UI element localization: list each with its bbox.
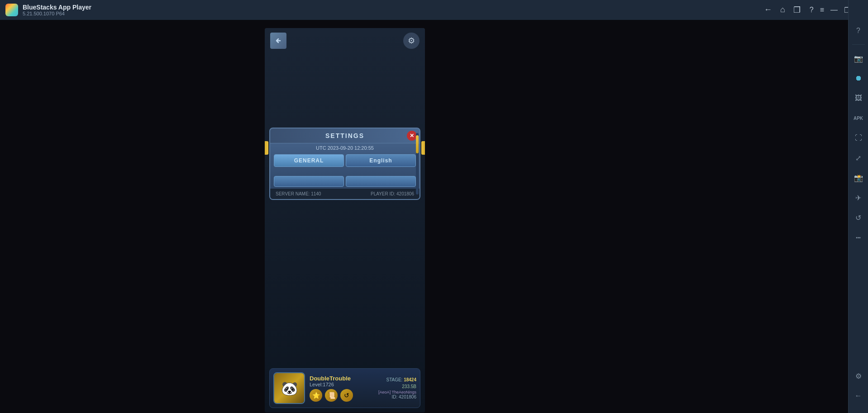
settings-scrollbar-thumb bbox=[416, 135, 419, 153]
character-scroll-button[interactable]: 📜 bbox=[325, 389, 338, 402]
sidebar-rotate-icon[interactable]: ↺ bbox=[850, 209, 867, 226]
sidebar-divider-1 bbox=[852, 44, 865, 45]
version-label: 5.21.500.1070 P64 bbox=[23, 11, 764, 16]
right-sidebar: ? 📷 ⏺ 🖼 APK ⛶ ⤢ 📸 ✈ ↺ ••• ⚙ ← bbox=[848, 0, 868, 413]
character-info: DoubleTrouble Level:1726 ⭐ 📜 ↺ bbox=[310, 375, 374, 402]
avatar-emoji: 🐼 bbox=[281, 380, 298, 396]
sidebar-resolution-icon[interactable]: ⛶ bbox=[850, 130, 867, 146]
sidebar-record-icon[interactable]: ⏺ bbox=[850, 70, 867, 86]
sidebar-arrow-left-icon[interactable]: ← bbox=[850, 388, 867, 404]
character-section: 🐼 DoubleTrouble Level:1726 ⭐ 📜 ↺ STAGE: bbox=[269, 368, 420, 408]
character-name: DoubleTrouble bbox=[310, 375, 374, 382]
deco-left bbox=[265, 141, 268, 155]
settings-bottom-tab-2[interactable] bbox=[346, 176, 416, 187]
player-id-label: PLAYER ID: 4201806 bbox=[371, 191, 414, 196]
help-button[interactable]: ? bbox=[810, 6, 814, 14]
sidebar-camera-icon[interactable]: 📷 bbox=[850, 50, 867, 66]
app-settings-button[interactable]: ⚙ bbox=[403, 33, 420, 49]
sidebar-photo-icon[interactable]: 🖼 bbox=[850, 90, 867, 106]
stage-info: STAGE: 18424 bbox=[378, 377, 416, 382]
settings-close-button[interactable]: ✕ bbox=[407, 131, 417, 141]
sidebar-bottom: ⚙ ← bbox=[850, 368, 867, 404]
back-arrow-icon bbox=[274, 37, 283, 44]
home-nav-button[interactable]: ⌂ bbox=[780, 5, 785, 15]
character-refresh-button[interactable]: ↺ bbox=[340, 389, 353, 402]
deco-right bbox=[421, 141, 425, 155]
settings-tabs: GENERAL English bbox=[270, 152, 420, 171]
app-name-label: BlueStacks App Player bbox=[23, 4, 764, 11]
settings-title-bar: SETTINGS ✕ bbox=[270, 128, 420, 143]
character-star-button[interactable]: ⭐ bbox=[310, 389, 322, 402]
character-avatar: 🐼 bbox=[273, 372, 305, 404]
settings-bottom-tabs bbox=[270, 174, 420, 189]
hamburger-menu-button[interactable]: ≡ bbox=[820, 6, 824, 14]
settings-bottom-tab-1[interactable] bbox=[274, 176, 344, 187]
settings-title: SETTINGS bbox=[325, 132, 364, 139]
title-bar: BlueStacks App Player 5.21.500.1070 P64 … bbox=[0, 0, 868, 20]
coins-info: 233.5B bbox=[378, 384, 416, 389]
sidebar-fullscreen-expand-icon[interactable]: ⤢ bbox=[850, 150, 867, 166]
game-area: ⚙ SETTINGS ✕ UTC 2023-09-20 12:20:55 GEN… bbox=[0, 20, 848, 413]
server-name-label: SERVER NAME: 1140 bbox=[276, 191, 321, 196]
sidebar-screenshot-icon[interactable]: 📸 bbox=[850, 170, 867, 186]
character-right-stats: STAGE: 18424 233.5B [AeoA] TheAeoNings I… bbox=[378, 377, 416, 399]
stage-value: 18424 bbox=[404, 377, 416, 382]
settings-bottom-bar: SERVER NAME: 1140 PLAYER ID: 4201806 bbox=[270, 189, 420, 199]
settings-tab-language[interactable]: English bbox=[346, 154, 416, 167]
sidebar-apk-icon[interactable]: APK bbox=[850, 110, 867, 126]
avatar-image: 🐼 bbox=[274, 373, 304, 403]
sidebar-flight-icon[interactable]: ✈ bbox=[850, 190, 867, 206]
settings-panel: SETTINGS ✕ UTC 2023-09-20 12:20:55 GENER… bbox=[269, 128, 420, 200]
character-id: ID: 4201806 bbox=[378, 394, 416, 399]
guild-info: [AeoA] TheAeoNings bbox=[378, 390, 416, 394]
bluestacks-logo bbox=[5, 4, 18, 16]
character-level: Level:1726 bbox=[310, 382, 374, 387]
character-action-icons: ⭐ 📜 ↺ bbox=[310, 389, 374, 402]
main-content: ⚙ SETTINGS ✕ UTC 2023-09-20 12:20:55 GEN… bbox=[0, 20, 848, 413]
settings-timestamp: UTC 2023-09-20 12:20:55 bbox=[270, 143, 420, 152]
stage-label: STAGE: bbox=[386, 377, 402, 382]
title-bar-text: BlueStacks App Player 5.21.500.1070 P64 bbox=[23, 4, 764, 16]
sidebar-more-icon[interactable]: ••• bbox=[850, 229, 867, 246]
app-top-bar: ⚙ bbox=[265, 33, 425, 49]
sidebar-help-icon[interactable]: ? bbox=[850, 23, 867, 39]
settings-tab-general[interactable]: GENERAL bbox=[274, 154, 344, 167]
back-nav-button[interactable]: ← bbox=[764, 5, 772, 15]
app-back-button[interactable] bbox=[270, 33, 286, 49]
copy-nav-button[interactable]: ❐ bbox=[793, 5, 801, 15]
sidebar-settings-icon[interactable]: ⚙ bbox=[850, 368, 867, 384]
settings-scrollbar[interactable] bbox=[416, 133, 419, 195]
app-window: ⚙ SETTINGS ✕ UTC 2023-09-20 12:20:55 GEN… bbox=[265, 28, 425, 413]
minimize-button[interactable]: — bbox=[830, 6, 838, 14]
title-bar-nav: ← ⌂ ❐ bbox=[764, 5, 801, 15]
